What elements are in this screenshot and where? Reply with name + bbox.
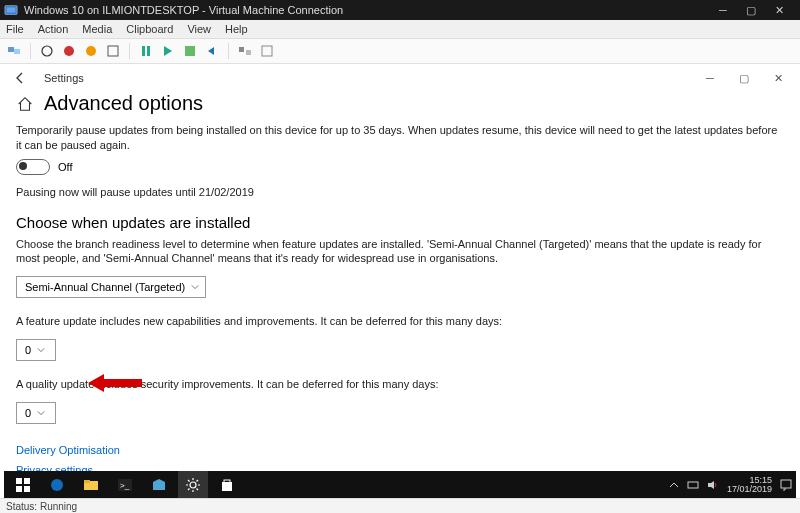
svg-line-30 bbox=[188, 480, 190, 482]
settings-close-button[interactable]: ✕ bbox=[770, 72, 786, 85]
vm-menu-clipboard[interactable]: Clipboard bbox=[126, 23, 173, 35]
svg-rect-14 bbox=[262, 46, 272, 56]
svg-rect-1 bbox=[7, 7, 16, 12]
file-explorer-taskbar-icon[interactable] bbox=[76, 471, 106, 499]
svg-rect-35 bbox=[224, 480, 230, 483]
chevron-down-icon bbox=[37, 346, 45, 354]
vm-minimize-button[interactable]: ─ bbox=[714, 4, 732, 17]
choose-description: Choose the branch readiness level to det… bbox=[16, 237, 784, 267]
pause-updates-toggle[interactable] bbox=[16, 159, 50, 175]
turn-off-icon[interactable] bbox=[61, 43, 77, 59]
action-center-icon[interactable] bbox=[780, 479, 792, 491]
svg-marker-15 bbox=[88, 374, 142, 392]
vm-status-bar: Status: Running bbox=[0, 498, 800, 513]
enhanced-session-icon[interactable] bbox=[237, 43, 253, 59]
checkpoint-icon[interactable] bbox=[182, 43, 198, 59]
share-icon[interactable] bbox=[259, 43, 275, 59]
tray-icon[interactable] bbox=[669, 480, 679, 490]
vm-toolbar bbox=[0, 39, 800, 64]
svg-text:>_: >_ bbox=[120, 481, 130, 490]
svg-marker-10 bbox=[164, 46, 172, 56]
vm-status-text: Status: Running bbox=[6, 501, 77, 512]
chevron-down-icon bbox=[37, 409, 45, 417]
reset-icon[interactable] bbox=[160, 43, 176, 59]
volume-tray-icon[interactable] bbox=[707, 480, 719, 490]
vm-menu-action[interactable]: Action bbox=[38, 23, 69, 35]
quality-defer-value: 0 bbox=[25, 407, 31, 419]
settings-content: Advanced options Temporarily pause updat… bbox=[0, 92, 800, 476]
pause-icon[interactable] bbox=[138, 43, 154, 59]
mail-taskbar-icon[interactable] bbox=[144, 471, 174, 499]
svg-line-33 bbox=[197, 480, 199, 482]
svg-point-20 bbox=[51, 479, 63, 491]
settings-app-name: Settings bbox=[44, 72, 702, 84]
network-tray-icon[interactable] bbox=[687, 480, 699, 490]
svg-point-4 bbox=[42, 46, 52, 56]
svg-line-31 bbox=[197, 489, 199, 491]
pause-description: Temporarily pause updates from being ins… bbox=[16, 123, 784, 153]
callout-arrow bbox=[88, 372, 142, 394]
choose-heading: Choose when updates are installed bbox=[16, 214, 784, 231]
edge-taskbar-icon[interactable] bbox=[42, 471, 72, 499]
back-button[interactable] bbox=[12, 70, 28, 86]
vm-maximize-button[interactable]: ▢ bbox=[742, 4, 760, 17]
settings-header: Settings ─ ▢ ✕ bbox=[0, 64, 800, 92]
settings-minimize-button[interactable]: ─ bbox=[702, 72, 718, 85]
svg-rect-2 bbox=[8, 47, 14, 52]
store-taskbar-icon[interactable] bbox=[212, 471, 242, 499]
svg-rect-19 bbox=[24, 486, 30, 492]
svg-rect-16 bbox=[16, 478, 22, 484]
settings-maximize-button[interactable]: ▢ bbox=[736, 72, 752, 85]
svg-rect-11 bbox=[185, 46, 195, 56]
toolbar-separator bbox=[30, 43, 31, 59]
toolbar-separator bbox=[129, 43, 130, 59]
settings-taskbar-icon[interactable] bbox=[178, 471, 208, 499]
toolbar-separator bbox=[228, 43, 229, 59]
svg-rect-22 bbox=[84, 480, 90, 483]
svg-rect-18 bbox=[16, 486, 22, 492]
vm-menu-file[interactable]: File bbox=[6, 23, 24, 35]
start-icon[interactable] bbox=[39, 43, 55, 59]
feature-defer-dropdown[interactable]: 0 bbox=[16, 339, 56, 361]
branch-readiness-dropdown[interactable]: Semi-Annual Channel (Targeted) bbox=[16, 276, 206, 298]
vm-titlebar: Windows 10 on ILMIONTDESKTOP - Virtual M… bbox=[0, 0, 800, 20]
pause-until-text: Pausing now will pause updates until 21/… bbox=[16, 185, 784, 200]
vm-app-icon bbox=[4, 3, 18, 17]
home-icon[interactable] bbox=[16, 95, 34, 113]
svg-rect-38 bbox=[781, 480, 791, 488]
svg-rect-3 bbox=[14, 49, 20, 54]
start-button[interactable] bbox=[8, 471, 38, 499]
svg-point-25 bbox=[190, 482, 196, 488]
svg-point-6 bbox=[86, 46, 96, 56]
save-icon[interactable] bbox=[105, 43, 121, 59]
clock-date: 17/01/2019 bbox=[727, 485, 772, 494]
vm-menubar: File Action Media Clipboard View Help bbox=[0, 20, 800, 39]
vm-menu-view[interactable]: View bbox=[187, 23, 211, 35]
pause-toggle-label: Off bbox=[58, 161, 72, 173]
branch-readiness-value: Semi-Annual Channel (Targeted) bbox=[25, 281, 185, 293]
page-title: Advanced options bbox=[44, 92, 203, 115]
svg-point-5 bbox=[64, 46, 74, 56]
quality-defer-dropdown[interactable]: 0 bbox=[16, 402, 56, 424]
vm-menu-help[interactable]: Help bbox=[225, 23, 248, 35]
svg-rect-7 bbox=[108, 46, 118, 56]
svg-rect-17 bbox=[24, 478, 30, 484]
taskbar: >_ 15:15 17/01/2019 bbox=[4, 471, 796, 499]
feature-defer-value: 0 bbox=[25, 344, 31, 356]
system-clock[interactable]: 15:15 17/01/2019 bbox=[727, 476, 772, 495]
svg-rect-12 bbox=[239, 47, 244, 52]
svg-marker-37 bbox=[708, 481, 714, 489]
vm-menu-media[interactable]: Media bbox=[82, 23, 112, 35]
svg-rect-13 bbox=[246, 50, 251, 55]
feature-defer-label: A feature update includes new capabiliti… bbox=[16, 314, 784, 329]
ctrl-alt-del-icon[interactable] bbox=[6, 43, 22, 59]
terminal-taskbar-icon[interactable]: >_ bbox=[110, 471, 140, 499]
chevron-down-icon bbox=[191, 283, 199, 291]
vm-close-button[interactable]: ✕ bbox=[770, 4, 788, 17]
svg-rect-36 bbox=[688, 482, 698, 488]
svg-rect-8 bbox=[142, 46, 145, 56]
delivery-optimisation-link[interactable]: Delivery Optimisation bbox=[16, 444, 784, 456]
shut-down-icon[interactable] bbox=[83, 43, 99, 59]
revert-icon[interactable] bbox=[204, 43, 220, 59]
vm-title-text: Windows 10 on ILMIONTDESKTOP - Virtual M… bbox=[24, 4, 714, 16]
